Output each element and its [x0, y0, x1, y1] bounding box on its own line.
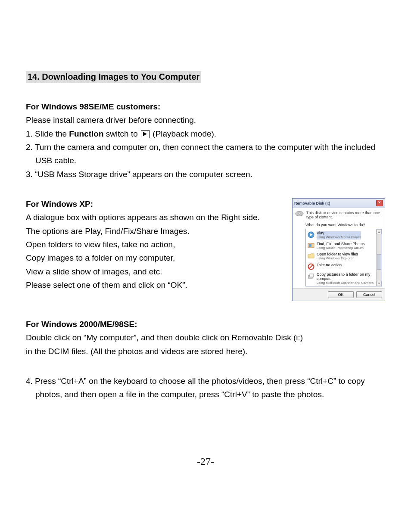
dialog-message: This disk or device contains more than o… — [306, 211, 382, 219]
svg-point-1 — [299, 213, 300, 215]
svg-rect-5 — [309, 244, 311, 247]
win2000-heading: For Windows 2000/ME/98SE: — [26, 317, 385, 331]
list-item-text: Open folder to view files using Windows … — [317, 252, 358, 261]
dialog-buttons: OK Cancel — [293, 288, 385, 301]
step1-text-c: (Playback mode). — [150, 129, 216, 138]
item-title: Copy pictures to a folder on my computer — [317, 273, 380, 281]
dialog-message-row: This disk or device contains more than o… — [295, 211, 382, 219]
playback-icon — [141, 130, 149, 138]
win98-step1: 1. Slide the Function switch to (Playbac… — [26, 127, 385, 140]
win98-heading: For Windows 98SE/ME customers: — [26, 100, 385, 113]
step4-block: 4. Press “Ctrl+A” on the keyboard to cho… — [26, 374, 385, 401]
svg-line-7 — [309, 265, 313, 269]
win98-step2: 2. Turn the camera and computer on, then… — [26, 140, 385, 168]
item-title: Take no action — [317, 263, 342, 268]
copy-pictures-icon — [308, 273, 314, 280]
svg-rect-9 — [310, 274, 314, 277]
list-item-text: Play using Windows Media Player — [317, 231, 361, 240]
step1-bold: Function — [69, 129, 103, 138]
scrollbar[interactable]: ▴ ▾ — [376, 229, 382, 286]
list-item[interactable]: Open folder to view files using Windows … — [307, 251, 381, 262]
item-subtitle: using Windows Media Player — [317, 236, 361, 240]
list-item-text: Find, Fix, and Share Photos using Adobe … — [317, 242, 365, 250]
win98-block: For Windows 98SE/ME customers: Please in… — [26, 100, 385, 181]
dialog-titlebar: Removable Disk (I:) ✕ — [293, 199, 385, 208]
folder-icon — [308, 252, 314, 259]
manual-page: 14. Downloading Images to You Computer F… — [0, 0, 411, 532]
section-title: 14. Downloading Images to You Computer — [26, 71, 201, 83]
win2000-block: For Windows 2000/ME/98SE: Double click o… — [26, 317, 385, 358]
list-item[interactable]: Copy pictures to a folder on my computer… — [307, 271, 381, 286]
list-item-text: Copy pictures to a folder on my computer… — [317, 273, 380, 286]
dialog-body: This disk or device contains more than o… — [293, 208, 385, 288]
list-item[interactable]: Take no action — [307, 262, 381, 271]
list-item-text: Take no action — [317, 263, 342, 268]
media-player-icon — [308, 231, 314, 238]
dialog-list-container: Play using Windows Media Player Find, Fi… — [305, 229, 382, 286]
win2000-l1: Double click on “My computer”, and then … — [26, 331, 385, 344]
win98-intro: Please install camera driver before conn… — [26, 113, 385, 127]
scroll-down-icon[interactable]: ▾ — [377, 281, 382, 286]
item-subtitle: using Windows Explorer — [317, 257, 358, 261]
dialog-title: Removable Disk (I:) — [294, 201, 330, 205]
scroll-up-icon[interactable]: ▴ — [377, 229, 382, 234]
list-item[interactable]: Find, Fix, and Share Photos using Adobe … — [307, 241, 381, 252]
step1-text-b: switch to — [104, 129, 140, 138]
dialog-prompt: What do you want Windows to do? — [305, 223, 382, 227]
list-item[interactable]: Play using Windows Media Player — [307, 230, 381, 241]
step1-text-a: 1. Slide the — [26, 129, 69, 138]
disk-icon — [295, 211, 304, 217]
winxp-block: Removable Disk (I:) ✕ This disk or devic… — [26, 197, 385, 301]
photos-icon — [308, 242, 314, 249]
autoplay-dialog: Removable Disk (I:) ✕ This disk or devic… — [292, 198, 385, 301]
scroll-thumb[interactable] — [377, 254, 381, 270]
dialog-list[interactable]: Play using Windows Media Player Find, Fi… — [306, 229, 382, 286]
no-action-icon — [308, 263, 314, 270]
dialog-window: Removable Disk (I:) ✕ This disk or devic… — [292, 198, 385, 301]
step4: 4. Press “Ctrl+A” on the keyboard to cho… — [26, 374, 385, 401]
item-subtitle: using Microsoft Scanner and Camera Wizar… — [317, 281, 380, 286]
close-icon[interactable]: ✕ — [376, 200, 383, 206]
item-subtitle: using Adobe Photoshop Album — [317, 246, 365, 250]
page-number: -27- — [0, 456, 411, 467]
cancel-button[interactable]: Cancel — [356, 291, 382, 298]
win2000-l2: in the DCIM files. (All the photos and v… — [26, 345, 385, 358]
win98-step3: 3. “USB Mass Storage drive” appears on t… — [26, 168, 385, 181]
ok-button[interactable]: OK — [328, 291, 354, 298]
